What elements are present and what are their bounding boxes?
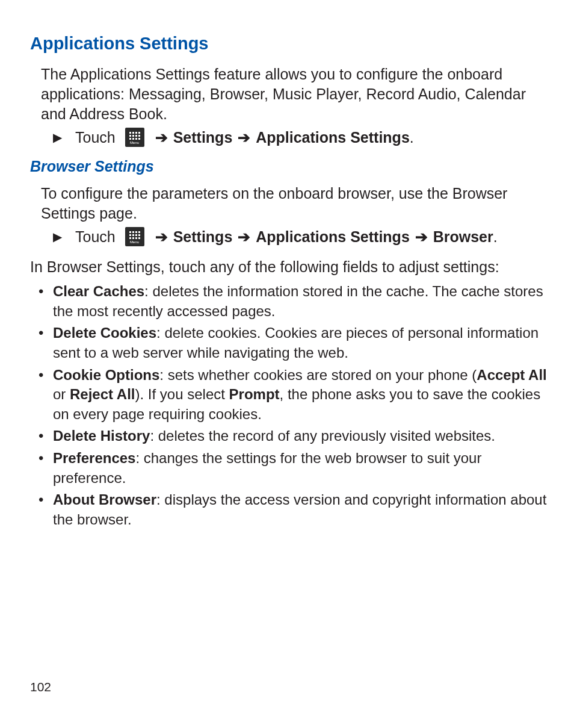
list-item-text: : sets whether cookies are stored on you… bbox=[159, 367, 477, 383]
list-item: Cookie Options: sets whether cookies are… bbox=[39, 366, 549, 425]
touch-label: Touch bbox=[75, 129, 116, 146]
document-page: Applications Settings The Applications S… bbox=[0, 0, 574, 728]
nav-period: . bbox=[493, 228, 498, 245]
list-item: About Browser: displays the access versi… bbox=[39, 490, 549, 529]
arrow-icon: ➔ bbox=[238, 228, 250, 245]
heading-applications-settings: Applications Settings bbox=[30, 34, 549, 54]
nav-path-2: ➔ Settings ➔ Applications Settings ➔ Bro… bbox=[154, 228, 498, 246]
nav-settings: Settings bbox=[173, 129, 233, 146]
menu-icon-label: Menu bbox=[130, 240, 139, 244]
browser-lead-paragraph: In Browser Settings, touch any of the fo… bbox=[30, 257, 549, 277]
list-item: Delete Cookies: delete cookies. Cookies … bbox=[39, 323, 549, 362]
list-item-bold-text: Reject All bbox=[70, 386, 135, 402]
list-item-title: Delete Cookies bbox=[53, 325, 156, 341]
touch-label: Touch bbox=[75, 228, 116, 246]
list-item-title: Delete History bbox=[53, 428, 150, 444]
list-item: Delete History: deletes the record of an… bbox=[39, 426, 549, 446]
arrow-icon: ➔ bbox=[155, 228, 168, 245]
page-number: 102 bbox=[30, 680, 51, 694]
list-item-bold-text: Accept All bbox=[477, 367, 546, 383]
pointer-icon: ▶ bbox=[53, 231, 62, 243]
menu-grid-icon bbox=[129, 132, 140, 140]
nav-browser: Browser bbox=[433, 228, 493, 245]
browser-intro-paragraph: To configure the parameters on the onboa… bbox=[41, 184, 528, 223]
menu-icon: Menu bbox=[125, 128, 144, 147]
browser-settings-list: Clear Caches: deletes the information st… bbox=[30, 282, 549, 530]
list-item-description: : deletes the record of any previously v… bbox=[150, 428, 495, 444]
heading-browser-settings: Browser Settings bbox=[30, 158, 549, 175]
list-item: Clear Caches: deletes the information st… bbox=[39, 282, 549, 321]
list-item-title: Preferences bbox=[53, 450, 135, 466]
list-item-title: About Browser bbox=[53, 491, 156, 508]
nav-applications-settings: Applications Settings bbox=[256, 228, 410, 245]
nav-step-1: ▶ Touch Menu ➔ Settings ➔ Applications S… bbox=[53, 128, 549, 147]
pointer-icon: ▶ bbox=[53, 131, 62, 143]
nav-path-1: ➔ Settings ➔ Applications Settings. bbox=[154, 129, 414, 146]
list-item: Preferences: changes the settings for th… bbox=[39, 449, 549, 488]
menu-icon-label: Menu bbox=[130, 141, 139, 145]
nav-period: . bbox=[410, 129, 414, 146]
menu-grid-icon bbox=[129, 231, 140, 239]
list-item-bold-text: Prompt bbox=[229, 386, 280, 402]
nav-applications-settings: Applications Settings bbox=[256, 129, 410, 146]
menu-icon: Menu bbox=[125, 227, 144, 246]
nav-settings: Settings bbox=[173, 228, 233, 245]
arrow-icon: ➔ bbox=[415, 228, 428, 245]
arrow-icon: ➔ bbox=[238, 129, 250, 146]
list-item-title: Cookie Options bbox=[53, 367, 159, 383]
list-item-title: Clear Caches bbox=[53, 283, 144, 299]
list-item-text: or bbox=[53, 386, 70, 402]
nav-step-2: ▶ Touch Menu ➔ Settings ➔ Applications S… bbox=[53, 227, 549, 246]
list-item-text: ). If you select bbox=[135, 386, 229, 402]
intro-paragraph: The Applications Settings feature allows… bbox=[41, 64, 549, 124]
arrow-icon: ➔ bbox=[155, 129, 168, 146]
